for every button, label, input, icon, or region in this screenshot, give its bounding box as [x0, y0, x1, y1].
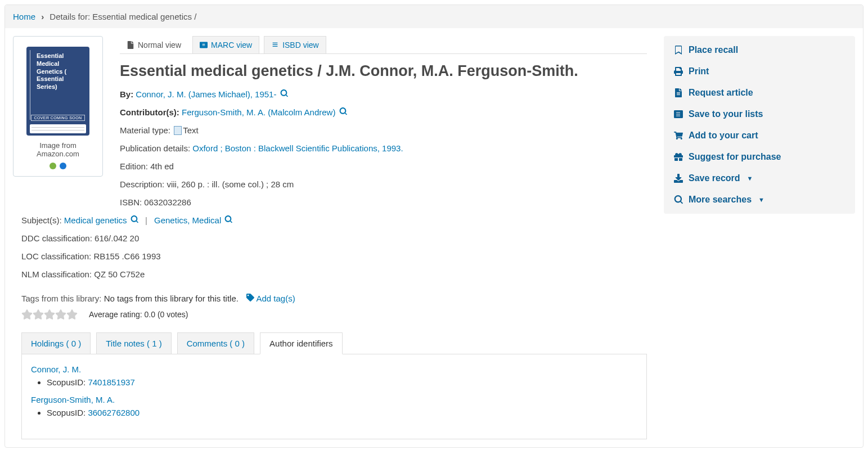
search-icon[interactable]	[224, 215, 232, 225]
by-author-link[interactable]: Connor, J. M. (James Michael), 1951-	[136, 89, 276, 99]
scopus-label: ScopusID:	[47, 408, 88, 417]
chevron-down-icon: ▼	[758, 196, 764, 203]
star-icon[interactable]	[66, 309, 78, 320]
author-2-scopus-link[interactable]: 36062762800	[88, 408, 140, 417]
loc-label: LOC classification:	[21, 251, 93, 261]
isbn-label: ISBN:	[120, 197, 144, 207]
loc-line: LOC classification: RB155 .C66 1993	[21, 250, 647, 263]
view-tab-normal-label: Normal view	[138, 40, 181, 50]
tab-holdings[interactable]: Holdings ( 0 )	[21, 332, 91, 354]
edition-line: Edition: 4th ed	[120, 160, 647, 173]
search-icon	[674, 195, 683, 204]
add-tags-label: Add tag(s)	[256, 294, 295, 303]
publication-details-line: Publication details: Oxford ; Boston : B…	[120, 142, 647, 155]
action-save-lists[interactable]: Save to your lists	[664, 104, 855, 125]
file-icon	[674, 88, 683, 97]
action-place-recall-label: Place recall	[689, 45, 738, 55]
scopus-label: ScopusID:	[47, 377, 88, 387]
tab-panel-author-identifiers: Connor, J. M. ScopusID: 7401851937 Fergu…	[21, 354, 647, 439]
star-icon[interactable]	[44, 309, 55, 320]
action-print-label: Print	[689, 66, 709, 76]
isbn-value: 0632032286	[144, 197, 191, 207]
nlm-line: NLM classification: QZ 50 C752e	[21, 268, 647, 281]
list-icon	[674, 110, 683, 119]
tag-icon	[246, 294, 254, 302]
subjects-line: Subject(s): Medical genetics | Genetics,…	[21, 214, 647, 227]
tab-author-identifiers[interactable]: Author identifiers	[260, 332, 343, 354]
author-1-link[interactable]: Connor, J. M.	[31, 364, 81, 374]
description-line: Description: viii, 260 p. : ill. (some c…	[120, 178, 647, 191]
nlm-value: QZ 50 C752e	[94, 269, 145, 279]
no-tags-text: No tags from this library for this title…	[104, 294, 239, 303]
tab-comments[interactable]: Comments ( 0 )	[177, 332, 254, 354]
view-tab-normal: Normal view	[120, 37, 188, 53]
detail-tabs: Holdings ( 0 ) Title notes ( 1 ) Comment…	[21, 332, 647, 354]
view-tab-marc-label: MARC view	[211, 40, 252, 50]
author-2-link[interactable]: Ferguson-Smith, M. A.	[31, 395, 115, 404]
edition-label: Edition:	[120, 161, 150, 171]
action-print[interactable]: Print	[664, 61, 855, 82]
star-icon[interactable]	[55, 309, 66, 320]
cover-title-text: Essential Medical Genetics ( Essential S…	[37, 52, 85, 91]
rating-text: Average rating: 0.0 (0 votes)	[89, 310, 188, 319]
by-line: By: Connor, J. M. (James Michael), 1951-	[120, 88, 647, 101]
card-icon	[200, 41, 208, 49]
breadcrumb-separator: ›	[41, 12, 44, 21]
view-tab-isbd-label: ISBD view	[282, 40, 319, 50]
contributor-link[interactable]: Ferguson-Smith, M. A. (Malcolm Andrew)	[182, 107, 335, 117]
action-suggest-purchase-label: Suggest for purchase	[689, 152, 781, 162]
action-place-recall[interactable]: Place recall	[664, 39, 855, 61]
search-icon[interactable]	[131, 215, 141, 225]
edition-value: 4th ed	[150, 161, 174, 171]
tab-title-notes[interactable]: Title notes ( 1 )	[96, 332, 171, 354]
subject-1-link[interactable]: Medical genetics	[64, 215, 127, 225]
action-suggest-purchase[interactable]: Suggest for purchase	[664, 146, 855, 168]
action-more-searches[interactable]: More searches ▼	[664, 189, 855, 210]
print-icon	[674, 67, 683, 76]
isbn-line: ISBN: 0632032286	[120, 196, 647, 209]
action-save-record[interactable]: Save record ▼	[664, 168, 855, 189]
cover-image: Essential Medical Genetics ( Essential S…	[26, 47, 89, 136]
star-icon[interactable]	[21, 309, 33, 320]
star-rating[interactable]	[21, 309, 78, 320]
subject-2-link[interactable]: Genetics, Medical	[154, 215, 221, 225]
action-save-lists-label: Save to your lists	[689, 109, 763, 119]
view-tab-isbd[interactable]: ISBD view	[264, 36, 326, 53]
search-icon[interactable]	[339, 107, 347, 117]
action-save-record-label: Save record	[689, 173, 740, 183]
author-1-scopus-link[interactable]: 7401851937	[88, 377, 134, 387]
tags-row: Tags from this library: No tags from thi…	[21, 294, 647, 303]
star-icon[interactable]	[33, 309, 44, 320]
search-icon[interactable]	[280, 89, 288, 99]
view-tab-marc[interactable]: MARC view	[192, 36, 259, 53]
add-tags-link[interactable]: Add tag(s)	[246, 294, 295, 303]
contributors-line: Contributor(s): Ferguson-Smith, M. A. (M…	[120, 106, 647, 119]
cart-icon	[674, 131, 683, 140]
view-tabs: Normal view MARC view ISBD view	[120, 36, 647, 54]
amazon-label: Image from Amazon.com	[23, 141, 93, 158]
pub-year-link[interactable]: 1993.	[382, 143, 403, 153]
actions-sidebar: Place recall Print Request article Save …	[664, 36, 855, 214]
pub-publisher-link[interactable]: Blackwell Scientific Publications,	[258, 143, 382, 153]
loc-value: RB155 .C66 1993	[93, 251, 160, 261]
pub-place-link[interactable]: Oxford ; Boston :	[192, 143, 258, 153]
action-add-cart-label: Add to your cart	[689, 130, 758, 141]
tags-label: Tags from this library:	[21, 294, 104, 303]
action-more-searches-label: More searches	[689, 195, 752, 205]
chevron-down-icon: ▼	[747, 175, 753, 182]
page-title: Essential medical genetics / J.M. Connor…	[120, 62, 647, 81]
description-value: viii, 260 p. : ill. (some col.) ; 28 cm	[167, 179, 294, 189]
gift-icon	[674, 152, 683, 161]
author-2-scopus-row: ScopusID: 36062762800	[47, 408, 637, 417]
description-label: Description:	[120, 179, 167, 189]
cover-box: Essential Medical Genetics ( Essential S…	[13, 36, 103, 177]
subject-separator: |	[145, 215, 147, 225]
breadcrumb-home[interactable]: Home	[13, 12, 35, 21]
action-add-cart[interactable]: Add to your cart	[664, 125, 855, 146]
action-request-article[interactable]: Request article	[664, 82, 855, 104]
author-1-scopus-row: ScopusID: 7401851937	[47, 377, 637, 387]
carousel-dot-2[interactable]	[60, 163, 66, 169]
material-type-line: Material type: Text	[120, 124, 647, 137]
carousel-dot-1[interactable]	[50, 163, 56, 169]
breadcrumb: Home › Details for: Essential medical ge…	[5, 5, 863, 28]
